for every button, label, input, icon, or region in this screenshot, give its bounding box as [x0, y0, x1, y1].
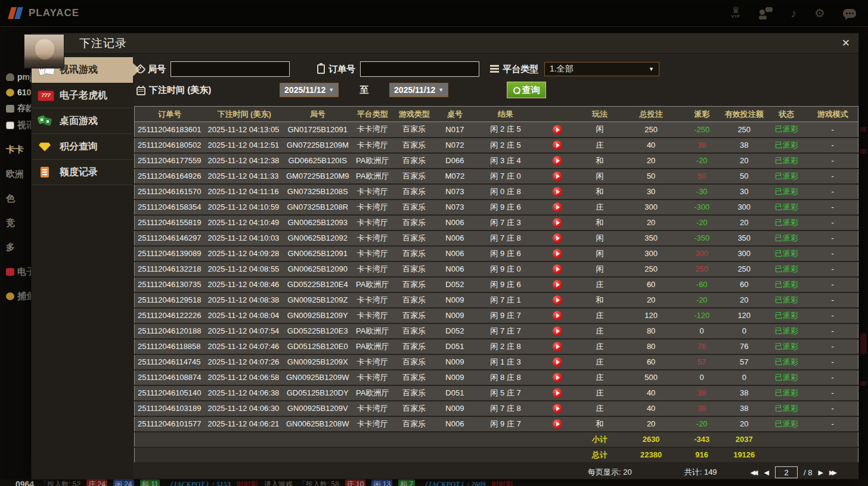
sidebar-item-points-query[interactable]: 积分查询 — [32, 134, 133, 160]
cell-status: 已派彩 — [765, 261, 807, 277]
cell-order-id: 251112046108874 — [135, 370, 205, 385]
cell-round-id: GN00625B12093 — [284, 215, 352, 230]
cell-bet-type: 庄 — [578, 385, 621, 401]
cell-round-id: GD05225B120E4 — [284, 277, 352, 292]
table-row: 251112046108874 2025-11-12 04:06:58 GN00… — [135, 370, 858, 385]
settings-gear-icon[interactable]: ⚙ — [814, 7, 825, 19]
cell-replay — [537, 354, 578, 370]
sidebar-item-quota-records[interactable]: 额度记录 — [32, 160, 133, 185]
cell-status: 已派彩 — [765, 308, 807, 323]
replay-play-icon[interactable] — [553, 249, 562, 258]
deposit-icon — [6, 105, 14, 113]
replay-play-icon[interactable] — [553, 373, 562, 382]
cell-result: 闲 9 庄 7 — [475, 308, 537, 323]
cell-bet-time: 2025-11-12 04:10:59 — [205, 200, 284, 215]
cell-valid-bet: 38 — [723, 138, 765, 153]
date-from-select[interactable]: 2025/11/12 ▼ — [280, 83, 339, 97]
platform-label: 平台类型 — [503, 64, 538, 75]
date-to-select[interactable]: 2025/11/12 ▼ — [389, 83, 448, 97]
table-header: 订单号 下注时间 (美东) 局号 平台类型 游戏类型 桌号 结果 玩法 总投注 … — [135, 107, 858, 122]
cell-valid-bet: 250 — [723, 261, 765, 277]
replay-play-icon[interactable] — [553, 357, 562, 367]
round-input[interactable] — [170, 61, 290, 77]
cell-round-id: GN00925B1209Y — [284, 308, 352, 323]
cell-table-no: N009 — [435, 354, 475, 370]
cell-valid-bet: 20 — [723, 153, 765, 169]
cell-order-id: 251112046130735 — [135, 277, 205, 292]
page-number-input[interactable] — [775, 466, 798, 478]
platform-select[interactable]: 1.全部 ▼ — [544, 62, 659, 76]
query-button[interactable]: 查询 — [507, 82, 546, 98]
sidebar-item-table-games[interactable]: 桌面游戏 — [32, 108, 133, 134]
replay-play-icon[interactable] — [553, 295, 562, 305]
order-input[interactable] — [360, 61, 479, 77]
table-row: 251112046183601 2025-11-12 04:13:05 GN01… — [135, 122, 858, 138]
cell-result: 闲 2 庄 5 — [475, 122, 537, 138]
cell-status: 已派彩 — [765, 215, 807, 230]
next-page-icon[interactable]: ▶ — [818, 469, 823, 476]
fish-icon — [6, 292, 14, 300]
replay-play-icon[interactable] — [553, 326, 562, 336]
last-page-icon[interactable]: ▶▶ — [829, 469, 837, 476]
cell-round-id: GN00925B1209V — [284, 401, 352, 416]
music-icon[interactable]: ♪ — [790, 7, 796, 19]
cell-game-mode: - — [807, 277, 858, 292]
cell-payout: -300 — [681, 200, 723, 215]
replay-play-icon[interactable] — [553, 404, 562, 413]
cell-payout: -250 — [681, 122, 723, 138]
chat-bubble-icon[interactable] — [843, 9, 856, 18]
replay-play-icon[interactable] — [553, 388, 562, 398]
cell-bet-type: 庄 — [578, 200, 621, 215]
prev-page-icon[interactable]: ◀ — [764, 469, 769, 476]
coin-icon — [6, 89, 14, 96]
replay-play-icon[interactable] — [553, 125, 562, 135]
cell-platform: 卡卡湾厅 — [352, 215, 393, 230]
cell-table-no: N006 — [435, 246, 475, 261]
replay-play-icon[interactable] — [553, 264, 562, 274]
replay-play-icon[interactable] — [553, 218, 562, 228]
cell-payout: -60 — [681, 277, 723, 292]
table-row: 251112046139089 2025-11-12 04:09:28 GN00… — [135, 246, 858, 261]
customer-service-icon[interactable] — [758, 7, 773, 19]
sidebar-item-slots[interactable]: 电子老虎机 — [32, 83, 133, 108]
cell-result: 闲 0 庄 8 — [475, 184, 537, 200]
cell-order-id: 251112046177559 — [135, 153, 205, 169]
cell-replay — [537, 153, 578, 169]
close-icon[interactable]: ✕ — [842, 37, 850, 49]
replay-play-icon[interactable] — [553, 156, 562, 166]
first-page-icon[interactable]: ◀◀ — [751, 469, 758, 476]
replay-play-icon[interactable] — [553, 202, 562, 212]
cell-result: 闲 9 庄 6 — [475, 277, 537, 292]
cell-platform: 卡卡湾厅 — [352, 354, 393, 370]
replay-play-icon[interactable] — [553, 311, 562, 320]
player-badge: 闲 24 — [113, 479, 134, 486]
replay-play-icon[interactable] — [553, 342, 562, 351]
cell-status: 已派彩 — [765, 277, 807, 292]
brand-logo[interactable]: PLAYACE — [8, 6, 79, 20]
cell-replay — [537, 401, 578, 416]
replay-play-icon[interactable] — [553, 280, 562, 289]
replay-play-icon[interactable] — [553, 233, 562, 243]
cell-status: 已派彩 — [765, 354, 807, 370]
cell-replay — [537, 230, 578, 246]
cell-total-bet: 30 — [621, 184, 681, 200]
replay-play-icon[interactable] — [553, 172, 562, 181]
cell-game-mode: - — [807, 122, 858, 138]
cell-result: 闲 3 庄 4 — [475, 153, 537, 169]
cell-status: 已派彩 — [765, 200, 807, 215]
cell-bet-type: 庄 — [578, 354, 621, 370]
replay-play-icon[interactable] — [553, 187, 562, 197]
cell-game-mode: - — [807, 169, 858, 184]
cell-platform: 卡卡湾厅 — [352, 230, 393, 246]
cell-game-type: 百家乐 — [393, 339, 435, 354]
cell-game-mode: - — [807, 246, 858, 261]
vip-icon[interactable]: ♛VIP — [731, 7, 740, 20]
cell-platform: PA欧洲厅 — [352, 277, 393, 292]
cell-payout: -30 — [681, 184, 723, 200]
replay-play-icon[interactable] — [553, 419, 562, 429]
replay-play-icon[interactable] — [553, 141, 562, 150]
slot-777-icon — [38, 90, 54, 103]
cell-game-mode: - — [807, 401, 858, 416]
cell-bet-time: 2025-11-12 04:08:55 — [205, 261, 284, 277]
cell-result: 闲 7 庄 8 — [475, 401, 537, 416]
